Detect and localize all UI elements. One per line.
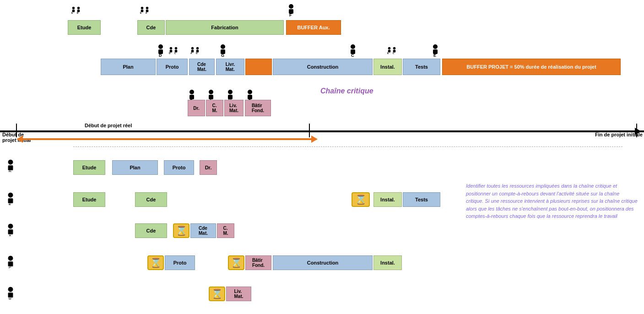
arrow-left-head xyxy=(16,135,23,143)
reference-line xyxy=(73,146,622,147)
description-text: Identifier toutes les ressources impliqu… xyxy=(466,182,638,220)
svg-text:A: A xyxy=(9,234,11,236)
person-F-top: F xyxy=(286,4,296,16)
row-C-proto: Proto xyxy=(165,255,195,270)
svg-text:E: E xyxy=(140,12,142,14)
row-E-etude: Etude xyxy=(73,192,105,207)
svg-text:A: A xyxy=(146,12,147,14)
row-C-batir: BâtirFond. xyxy=(245,255,271,270)
person-DC-mid: DC xyxy=(168,44,179,57)
svg-point-39 xyxy=(393,47,396,50)
svg-text:D: D xyxy=(159,53,162,57)
arrow-right-head xyxy=(311,135,318,143)
row-D-proto: Proto xyxy=(164,160,194,175)
person-E-D-top: ED xyxy=(71,4,81,16)
svg-point-36 xyxy=(388,47,391,50)
bar-cde-mat-mid: CdeMat. xyxy=(189,59,215,75)
hourglass-C2: ⌛ xyxy=(228,255,244,270)
svg-text:A: A xyxy=(190,52,192,54)
person-resource-A: A xyxy=(5,223,16,236)
hourglass-C1: ⌛ xyxy=(147,255,164,270)
person-resource-E: E xyxy=(5,192,16,205)
svg-point-42 xyxy=(433,44,438,49)
bar-tests-mid: Tests xyxy=(403,59,440,75)
row-E-tests: Tests xyxy=(403,192,440,207)
svg-point-6 xyxy=(141,7,144,10)
bar-livr-mat-mid: Livr.Mat. xyxy=(216,59,244,75)
svg-text:D: D xyxy=(77,12,79,14)
svg-point-0 xyxy=(72,7,75,10)
label-debut-reel: Début de projet réel xyxy=(85,123,132,128)
svg-point-54 xyxy=(248,90,252,94)
svg-text:H: H xyxy=(9,297,11,299)
svg-text:E: E xyxy=(9,203,11,205)
arrow-container xyxy=(16,135,318,143)
svg-point-12 xyxy=(289,4,293,9)
row-D-dr: Dr. xyxy=(200,160,217,175)
svg-point-51 xyxy=(228,90,233,94)
arrow-shaft xyxy=(23,138,311,140)
bar-fabrication-top: Fabrication xyxy=(166,20,284,35)
row-C-instal: Instal. xyxy=(373,255,402,270)
bar-dr-bot: Dr. xyxy=(188,100,205,116)
svg-text:C: C xyxy=(9,266,11,268)
bar-orange-buffer-mid xyxy=(245,59,272,75)
row-A-cm: C.M. xyxy=(217,223,234,238)
hourglass-E: ⌛ xyxy=(352,192,370,207)
bar-batir-fond-bot: BâtirFond. xyxy=(245,100,271,116)
svg-point-60 xyxy=(8,193,13,198)
person-C-mid: C xyxy=(348,44,358,57)
svg-point-33 xyxy=(351,44,355,49)
person-resource-D: D xyxy=(5,159,16,172)
hourglass-A: ⌛ xyxy=(173,223,189,238)
svg-text:D: D xyxy=(169,52,171,54)
bar-instal-mid: Instal. xyxy=(373,59,402,75)
project-buffer-box: BUFFER PROJET = 50% durée de réalisation… xyxy=(442,59,621,75)
svg-text:E: E xyxy=(71,12,73,14)
person-E-A-top: EA xyxy=(140,4,150,16)
svg-text:G: G xyxy=(196,52,198,54)
svg-text:D: D xyxy=(9,170,11,172)
bar-etude-top: Etude xyxy=(68,20,101,35)
svg-point-15 xyxy=(158,44,163,49)
svg-point-48 xyxy=(209,90,213,94)
main-diagram: ED EA F Etude Cde Fabrication BUFFER Aux… xyxy=(0,0,644,314)
bar-cde-top: Cde xyxy=(137,20,165,35)
svg-point-21 xyxy=(175,47,178,50)
svg-text:G: G xyxy=(221,53,224,57)
bar-livmat-bot: Liv.Mat. xyxy=(224,100,244,116)
svg-text:C: C xyxy=(174,52,176,54)
label-fin-initiale: Fin de projet initiale xyxy=(595,132,643,137)
bar-plan-mid: Plan xyxy=(101,59,156,75)
svg-point-57 xyxy=(8,160,13,165)
timeline-line xyxy=(0,130,644,132)
svg-text:C: C xyxy=(393,52,395,54)
svg-text:F: F xyxy=(289,13,292,16)
svg-text:E: E xyxy=(433,53,436,57)
row-E-cde: Cde xyxy=(135,192,167,207)
person-resource-H: H xyxy=(5,287,16,299)
person-resource-C: C xyxy=(5,255,16,268)
buffer-aux-box: BUFFER Aux. xyxy=(286,20,341,35)
row-D-etude: Etude xyxy=(73,160,105,175)
chaine-critique-label: Chaîne critique xyxy=(320,87,373,95)
svg-text:C: C xyxy=(351,53,354,57)
person-G-mid: G xyxy=(218,44,228,57)
person-E-right: E xyxy=(430,44,440,57)
svg-point-30 xyxy=(221,44,225,49)
row-A-cde: Cde xyxy=(135,223,167,238)
svg-point-27 xyxy=(196,47,199,50)
row-E-instal: Instal. xyxy=(373,192,402,207)
svg-point-24 xyxy=(191,47,194,50)
row-D-plan: Plan xyxy=(112,160,158,175)
person-D-mid: D xyxy=(156,44,166,57)
person-AG-mid: AG xyxy=(190,44,200,57)
svg-point-63 xyxy=(8,224,13,229)
hourglass-H: ⌛ xyxy=(209,287,225,301)
svg-point-9 xyxy=(146,7,149,10)
row-A-cde-mat: CdeMat. xyxy=(190,223,216,238)
svg-point-66 xyxy=(8,256,13,261)
bar-proto-mid: Proto xyxy=(157,59,188,75)
person-EC-mid: EC xyxy=(387,44,397,57)
svg-point-3 xyxy=(77,7,80,10)
